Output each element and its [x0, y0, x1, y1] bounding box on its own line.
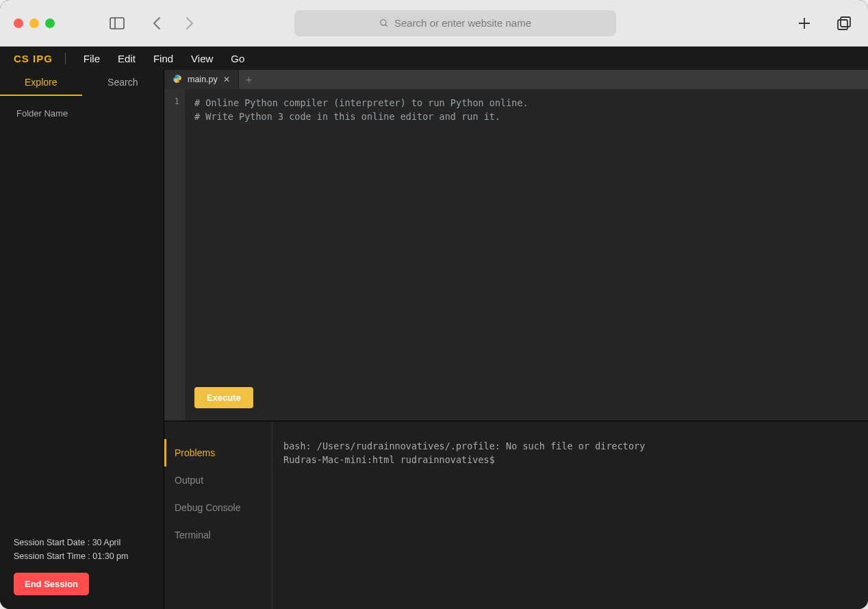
panel-tab-problems[interactable]: Problems — [164, 439, 272, 467]
end-session-button[interactable]: End Session — [14, 573, 89, 595]
tabs-overview-icon[interactable] — [834, 13, 854, 34]
browser-nav — [146, 13, 200, 34]
bottom-panel: Problems Output Debug Console Terminal b… — [164, 421, 868, 609]
browser-titlebar: Search or enter website name — [0, 0, 868, 47]
close-window-button[interactable] — [14, 18, 23, 28]
menu-edit[interactable]: Edit — [118, 53, 136, 64]
svg-rect-6 — [841, 17, 850, 27]
menu-view[interactable]: View — [191, 53, 213, 64]
menu-file[interactable]: File — [84, 53, 100, 64]
address-bar[interactable]: Search or enter website name — [294, 10, 616, 36]
app-window: Search or enter website name CS IPG File… — [0, 0, 868, 609]
svg-point-2 — [381, 19, 386, 25]
sidebar-tabs: Explore Search — [0, 70, 164, 96]
gutter-line-1: 1 — [164, 96, 179, 106]
forward-icon[interactable] — [179, 13, 200, 34]
main-area: Explore Search Folder Name Session Start… — [0, 70, 868, 609]
traffic-lights — [14, 18, 55, 28]
sidebar-footer: Session Start Date : 30 April Session St… — [0, 526, 164, 609]
sidebar-body: Folder Name — [0, 96, 164, 526]
panel-output[interactable]: bash: /Users/rudrainnovatives/.profile: … — [272, 421, 868, 609]
sidebar-tab-explore[interactable]: Explore — [0, 70, 82, 96]
fullscreen-window-button[interactable] — [45, 18, 55, 28]
search-icon — [379, 18, 389, 28]
app-logo: CS IPG — [14, 53, 66, 64]
editor-gutter: 1 — [164, 89, 185, 421]
editor-tabbar: main.py ✕ ＋ — [164, 70, 868, 89]
new-tab-icon[interactable] — [794, 13, 815, 34]
sidebar-toggle-icon[interactable] — [107, 13, 127, 34]
editor-tab-label: main.py — [188, 75, 218, 84]
menu-go[interactable]: Go — [231, 53, 244, 64]
python-icon — [173, 74, 182, 86]
app-menubar: CS IPG File Edit Find View Go — [0, 47, 868, 70]
svg-rect-0 — [110, 18, 124, 29]
minimize-window-button[interactable] — [29, 18, 39, 28]
menu-find[interactable]: Find — [153, 53, 173, 64]
new-editor-tab-button[interactable]: ＋ — [239, 70, 259, 89]
execute-button[interactable]: Execute — [194, 387, 253, 408]
back-icon[interactable] — [146, 13, 167, 34]
folder-name-label: Folder Name — [16, 108, 147, 119]
session-start-time: Session Start Time : 01:30 pm — [14, 549, 150, 563]
session-start-date: Session Start Date : 30 April — [14, 536, 150, 549]
editor-tab-main-py[interactable]: main.py ✕ — [164, 70, 239, 89]
panel-tab-debug-console[interactable]: Debug Console — [164, 494, 272, 521]
panel-tab-terminal[interactable]: Terminal — [164, 521, 272, 549]
address-placeholder: Search or enter website name — [394, 17, 531, 29]
sidebar-tab-search[interactable]: Search — [82, 70, 164, 96]
editor-area: main.py ✕ ＋ 1 # Online Python compiler (… — [164, 70, 868, 609]
panel-tab-output[interactable]: Output — [164, 467, 272, 494]
svg-rect-7 — [838, 20, 847, 29]
svg-line-3 — [385, 24, 387, 26]
editor-code[interactable]: # Online Python compiler (interpreter) t… — [185, 89, 868, 421]
sidebar: Explore Search Folder Name Session Start… — [0, 70, 164, 609]
close-tab-icon[interactable]: ✕ — [223, 75, 230, 84]
code-editor[interactable]: 1 # Online Python compiler (interpreter)… — [164, 89, 868, 421]
bottom-panel-tabs: Problems Output Debug Console Terminal — [164, 421, 272, 609]
